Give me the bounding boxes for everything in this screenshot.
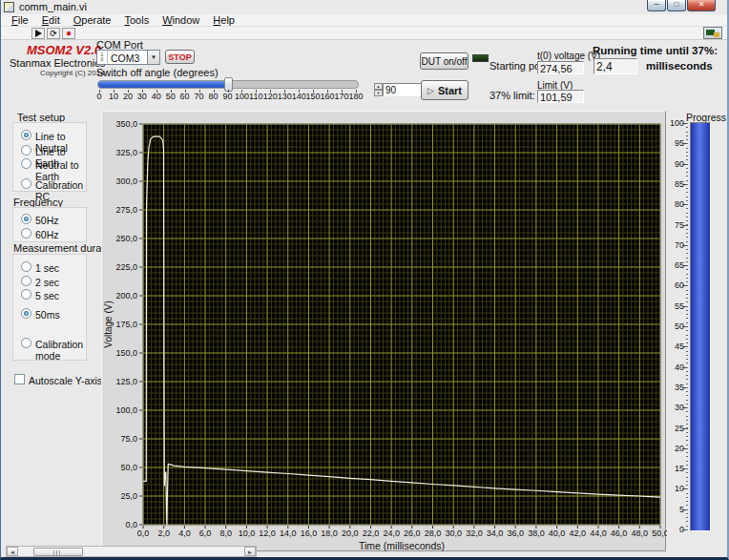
progress-tick-label: 30 [665,404,684,412]
progress-tick-label: 10 [665,485,684,493]
radio-icon [21,308,31,319]
radio-duration-50ms[interactable]: 50ms [21,308,84,321]
svg-text:16,0: 16,0 [301,529,318,538]
svg-text:0,0: 0,0 [137,529,150,538]
abort-icon[interactable]: ● [62,28,75,39]
progress-bar [690,122,711,531]
menu-item-operate[interactable]: Operate [67,14,118,27]
progress-tick-label: 20 [665,445,684,453]
radio-frequency-50hz[interactable]: 50Hz [21,214,84,226]
stop-button[interactable]: STOP [165,50,195,64]
maximize-button[interactable]: □ [667,0,686,11]
menu-item-window[interactable]: Window [156,14,206,27]
radio-duration-1-sec[interactable]: 1 sec [21,261,84,274]
scrollbar-grip [53,550,62,555]
angle-slider-handle[interactable] [224,77,233,92]
radio-label: 5 sec [35,289,59,301]
dut-led-indicator [472,54,489,62]
scroll-left-icon[interactable]: ◄ [7,547,18,556]
radio-frequency-60hz[interactable]: 60Hz [21,228,84,240]
svg-text:50,0: 50,0 [120,463,137,472]
radio-duration-2-sec[interactable]: 2 sec [21,276,84,288]
progress-tick-label: 45 [665,342,684,351]
svg-text:18,0: 18,0 [321,529,338,538]
scrollbar-thumb[interactable] [33,548,83,556]
angle-tick-label: 180 [345,93,366,101]
angle-stepper[interactable]: ▲▼ [374,83,383,96]
svg-text:32,0: 32,0 [466,529,483,538]
menu-bar: FileEditOperateToolsWindowHelp [1,14,727,27]
dut-onoff-button[interactable]: DUT on/off [420,52,469,70]
svg-text:2,0: 2,0 [157,529,170,538]
radio-icon [21,214,31,224]
radio-icon [21,228,31,239]
progress-tick-label: 75 [665,221,684,230]
svg-text:150,0: 150,0 [115,348,137,358]
test-setup-group: Line to NeutralLine to EarthNeutral to E… [12,122,87,192]
autoscale-checkbox[interactable] [14,374,25,384]
run-continuous-icon[interactable]: ⟳ [47,28,60,39]
svg-text:24,0: 24,0 [383,529,400,538]
svg-text:34,0: 34,0 [487,529,504,538]
progress-tick-label: 25 [665,425,684,433]
progress-bar-fill [691,123,710,530]
svg-text:42,0: 42,0 [570,529,587,538]
progress-tick-label: 15 [665,465,684,473]
run-icon[interactable] [31,28,45,39]
app-subtitle: Stanmax Electronics [10,57,105,69]
radio-label: 1 sec [35,261,59,274]
menu-item-help[interactable]: Help [206,14,241,27]
title-bar[interactable]: comm_main.vi [1,0,727,14]
menu-item-edit[interactable]: Edit [35,14,67,27]
radio-icon [21,145,31,156]
svg-text:12,0: 12,0 [259,529,276,538]
close-button[interactable]: ✕ [687,0,716,11]
frequency-group: 50Hz60Hz [12,207,87,242]
svg-text:250,0: 250,0 [115,234,137,243]
radio-label: 2 sec [35,276,59,288]
copyright: Copyright (C) 2014 [40,69,105,77]
radio-icon [21,261,31,272]
svg-text:28,0: 28,0 [425,529,442,538]
svg-text:6,0: 6,0 [199,529,212,538]
horizontal-scrollbar[interactable]: ◄ ► [6,546,257,557]
svg-text:300,0: 300,0 [115,176,137,186]
voltage-chart: 350,0325,0300,0275,0250,0225,0200,0175,0… [101,111,666,551]
svg-text:Time (milliseconds): Time (milliseconds) [359,540,445,551]
progress-tick-label: 35 [665,384,684,392]
svg-text:350,0: 350,0 [115,119,137,129]
progress-tick-label: 70 [665,241,684,250]
svg-text:125,0: 125,0 [115,377,137,386]
svg-text:8,0: 8,0 [219,529,232,538]
svg-text:325,0: 325,0 [115,148,137,157]
com-port-value: COM3 [108,51,147,64]
play-icon: ▷ [427,86,434,95]
running-time-field: 2,4 [594,58,637,74]
start-button[interactable]: ▷ Start [421,80,469,100]
running-time-label: Running time until 37%: [593,45,718,56]
radio-duration-5-sec[interactable]: 5 sec [21,289,84,301]
radio-label: 50ms [35,308,60,321]
svg-text:25,0: 25,0 [120,491,137,501]
autoscale-label: Autoscale Y-axis [29,375,102,386]
menu-item-file[interactable]: File [5,14,35,27]
duration-group: 1 sec2 sec5 sec50msCalibration mode [12,254,87,361]
progress-tick-label: 65 [665,261,684,270]
progress-tick-label: 0 [665,526,684,534]
svg-text:38,0: 38,0 [528,529,545,538]
chevron-down-icon[interactable]: ▼ [147,51,159,64]
scroll-right-icon[interactable]: ► [244,547,256,556]
svg-text:100,0: 100,0 [115,405,137,415]
radio-duration-calibration-mode[interactable]: Calibration mode [21,338,84,362]
vi-file-icon [4,2,14,12]
com-port-select[interactable]: 10 COM3 ▼ [96,50,160,65]
menu-item-tools[interactable]: Tools [117,14,156,27]
radio-label: 60Hz [35,228,59,240]
progress-tick-label: 90 [665,160,684,169]
minimize-button[interactable]: ─ [647,0,666,11]
t0-voltage-field: 274,56 [537,61,584,74]
svg-text:0,0: 0,0 [125,520,137,529]
svg-text:36,0: 36,0 [507,529,524,538]
progress-tick-label: 95 [665,139,684,148]
window-title: comm_main.vi [19,2,87,12]
